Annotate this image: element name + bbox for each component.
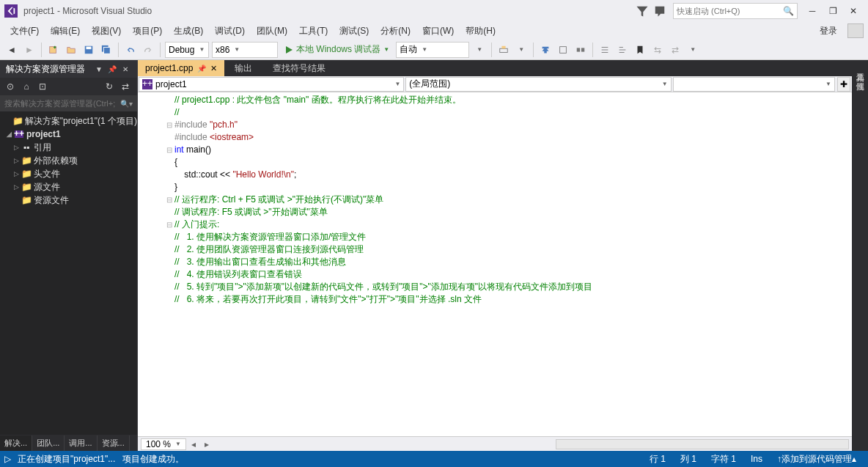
auto-combo[interactable]: 自动▼ xyxy=(396,42,469,58)
nav-right-icon[interactable]: ▸ xyxy=(201,438,213,450)
horizontal-scrollbar[interactable] xyxy=(556,439,849,449)
resources-node[interactable]: 📁资源文件 xyxy=(0,194,137,207)
maximize-button[interactable]: ❐ xyxy=(823,3,843,19)
code-line[interactable]: // 调试程序: F5 或调试 >"开始调试"菜单 xyxy=(138,206,852,218)
dropdown-1[interactable]: ▼ xyxy=(471,42,488,58)
fold-icon[interactable] xyxy=(164,268,174,281)
solution-tree[interactable]: 📁解决方案"project1"(1 个项目) ◢++project1 ▷▪▪引用… xyxy=(0,111,137,435)
fold-icon[interactable] xyxy=(164,206,174,218)
code-line[interactable]: ⊟// 入门提示: xyxy=(138,218,852,231)
func-combo[interactable]: ▼ xyxy=(673,77,835,92)
step-into-button[interactable] xyxy=(537,42,553,58)
fold-icon[interactable] xyxy=(164,169,174,181)
menu-build[interactable]: 生成(B) xyxy=(168,25,209,37)
fold-icon[interactable] xyxy=(164,231,174,243)
code-line[interactable]: // 6. 将来，若要再次打开此项目，请转到"文件">"打开">"项目"并选择 … xyxy=(138,293,852,306)
menu-window[interactable]: 窗口(W) xyxy=(416,25,460,37)
fold-icon[interactable] xyxy=(164,94,174,106)
tab-solution[interactable]: 解决... xyxy=(0,435,32,451)
tab-resource[interactable]: 资源... xyxy=(98,435,130,451)
tab-project1-cpp[interactable]: project1.cpp📌✕ xyxy=(138,60,224,76)
solution-search-input[interactable] xyxy=(4,99,120,108)
properties-tab[interactable]: 属性 xyxy=(853,72,867,81)
login-link[interactable]: 登录 xyxy=(812,25,845,37)
sources-node[interactable]: ▷📁源文件 xyxy=(0,180,137,194)
start-debug-button[interactable]: 本地 Windows 调试器 ▼ xyxy=(280,42,394,58)
pin-icon[interactable]: 📌 xyxy=(197,65,206,73)
headers-node[interactable]: ▷📁头文件 xyxy=(0,167,137,180)
nav-left-icon[interactable]: ◂ xyxy=(188,438,199,450)
solution-search[interactable]: 🔍▾ xyxy=(0,95,137,111)
references-node[interactable]: ▷▪▪引用 xyxy=(0,141,137,154)
fold-icon[interactable]: ⊟ xyxy=(164,218,174,231)
code-line[interactable]: } xyxy=(138,181,852,194)
quick-launch[interactable]: 🔍 xyxy=(673,3,798,19)
fold-icon[interactable]: ⊟ xyxy=(164,144,174,156)
se-collapse-icon[interactable]: ⊡ xyxy=(35,79,50,94)
redo-button[interactable] xyxy=(140,42,156,58)
close-tab-icon[interactable]: ✕ xyxy=(210,64,217,73)
external-deps-node[interactable]: ▷📁外部依赖项 xyxy=(0,154,137,167)
bookmark-button[interactable] xyxy=(632,42,648,58)
zoom-combo[interactable]: 100 %▼ xyxy=(141,438,186,450)
tab-call[interactable]: 调用... xyxy=(65,435,97,451)
step-out-button[interactable] xyxy=(573,42,589,58)
menu-edit[interactable]: 编辑(E) xyxy=(45,25,86,37)
config-combo[interactable]: Debug▼ xyxy=(165,42,209,58)
code-line[interactable]: #include <iostream> xyxy=(138,131,852,144)
panel-pin-button[interactable]: 📌 xyxy=(106,63,118,75)
menu-help[interactable]: 帮助(H) xyxy=(460,25,501,37)
close-button[interactable]: ✕ xyxy=(843,3,864,19)
quick-launch-input[interactable] xyxy=(677,7,783,15)
tab-find-results[interactable]: 查找符号结果 xyxy=(262,62,336,75)
code-line[interactable]: std::cout << "Hello World!\n"; xyxy=(138,169,852,181)
member-combo[interactable]: (全局范围)▼ xyxy=(405,77,671,92)
save-all-button[interactable] xyxy=(98,42,114,58)
uncomment-button[interactable] xyxy=(614,42,630,58)
code-line[interactable]: ⊟// 运行程序: Ctrl + F5 或调试 >"开始执行(不调试)"菜单 xyxy=(138,194,852,206)
fold-icon[interactable] xyxy=(164,293,174,306)
tab-output[interactable]: 输出 xyxy=(224,62,262,75)
fold-icon[interactable]: ⊟ xyxy=(164,119,174,131)
fold-icon[interactable] xyxy=(164,106,174,119)
menu-view[interactable]: 视图(V) xyxy=(86,25,127,37)
panel-close-button[interactable]: ✕ xyxy=(119,63,131,75)
code-line[interactable]: // 2. 使用团队资源管理器窗口连接到源代码管理 xyxy=(138,243,852,256)
se-home2-icon[interactable]: ⌂ xyxy=(19,79,34,94)
fold-icon[interactable]: ⊟ xyxy=(164,194,174,206)
nav-back-button[interactable]: ◄ xyxy=(4,42,20,58)
dropdown-2[interactable]: ▼ xyxy=(513,42,529,58)
dropdown-3[interactable]: ▼ xyxy=(685,42,701,58)
code-line[interactable]: { xyxy=(138,156,852,169)
code-line[interactable]: // 5. 转到"项目">"添加新项"以创建新的代码文件，或转到"项目">"添加… xyxy=(138,281,852,293)
fold-icon[interactable] xyxy=(164,281,174,293)
code-line[interactable]: // 1. 使用解决方案资源管理器窗口添加/管理文件 xyxy=(138,231,852,243)
open-button[interactable] xyxy=(63,42,79,58)
menu-tools[interactable]: 工具(T) xyxy=(293,25,334,37)
se-home-icon[interactable]: ⊙ xyxy=(3,79,18,94)
new-project-button[interactable] xyxy=(45,42,62,58)
filter-icon[interactable] xyxy=(635,4,650,18)
panel-menu-button[interactable]: ▼ xyxy=(93,63,105,75)
status-scm[interactable]: ↑ 添加到源代码管理 ▴ xyxy=(770,453,864,466)
menu-debug[interactable]: 调试(D) xyxy=(209,25,251,37)
code-line[interactable]: ⊟#include "pch.h" xyxy=(138,119,852,131)
menu-project[interactable]: 项目(P) xyxy=(127,25,168,37)
notify-icon[interactable] xyxy=(652,4,667,18)
menu-test[interactable]: 测试(S) xyxy=(334,25,375,37)
fold-icon[interactable] xyxy=(164,256,174,268)
se-sync-icon[interactable]: ⇄ xyxy=(118,79,133,94)
tool-icon-6[interactable]: ⇄ xyxy=(667,42,683,58)
fold-icon[interactable] xyxy=(164,156,174,169)
scope-combo[interactable]: ++project1▼ xyxy=(139,77,404,92)
project-node[interactable]: ◢++project1 xyxy=(0,128,137,141)
menu-analyze[interactable]: 分析(N) xyxy=(375,25,416,37)
code-line[interactable]: ⊟int main() xyxy=(138,144,852,156)
nav-fwd-button[interactable]: ► xyxy=(21,42,37,58)
code-line[interactable]: // project1.cpp : 此文件包含 "main" 函数。程序执行将在… xyxy=(138,94,852,106)
tab-team[interactable]: 团队... xyxy=(32,435,65,451)
step-over-button[interactable] xyxy=(555,42,571,58)
code-editor[interactable]: // project1.cpp : 此文件包含 "main" 函数。程序执行将在… xyxy=(138,92,852,436)
save-button[interactable] xyxy=(81,42,97,58)
fold-icon[interactable] xyxy=(164,243,174,256)
